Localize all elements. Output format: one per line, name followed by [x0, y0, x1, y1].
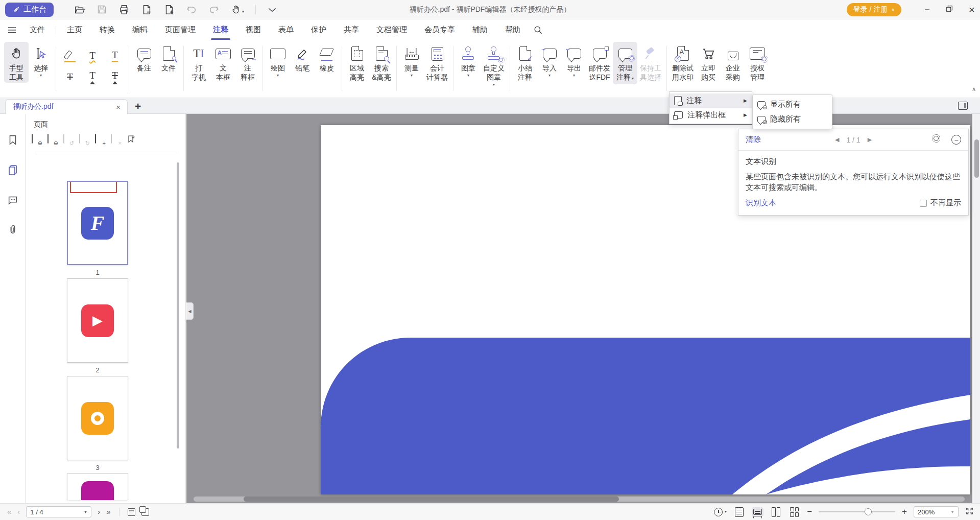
rotate-left-icon[interactable]: ↺	[63, 134, 73, 144]
save-icon[interactable]	[97, 4, 107, 15]
buy-now-button[interactable]: 立即购买	[696, 42, 721, 83]
page-bookmark-ic on[interactable]	[127, 134, 136, 144]
calculator-button[interactable]: 会计计算器	[424, 42, 450, 83]
page-thumbnail-1[interactable]: F	[67, 181, 128, 265]
file-attachment-button[interactable]: 文件	[156, 42, 181, 74]
menu-item-form[interactable]: 表单	[270, 20, 302, 40]
rotate-right-icon[interactable]: ↻	[79, 134, 88, 144]
underline-icon[interactable]: T	[104, 45, 126, 66]
zoom-level-select[interactable]: 200% ▼	[914, 506, 959, 517]
close-button[interactable]: ×	[969, 4, 975, 16]
note-comment-button[interactable]: 备注	[132, 42, 156, 74]
delete-page-icon[interactable]: ×	[111, 134, 120, 144]
zoom-in-icon[interactable]: +	[902, 507, 907, 517]
license-manage-button[interactable]: 授权管理	[745, 42, 770, 83]
fullscreen-icon[interactable]	[965, 507, 974, 517]
area-highlight-button[interactable]: 区域高亮	[345, 42, 369, 83]
next-page-icon[interactable]: ›	[98, 508, 100, 515]
last-page-icon[interactable]: »	[106, 508, 110, 515]
strikeout-icon[interactable]: T	[59, 66, 81, 88]
notification-settings-icon[interactable]	[934, 136, 939, 141]
facing-view-icon[interactable]	[770, 506, 782, 518]
open-folder-icon[interactable]	[74, 4, 85, 15]
pages-panel-icon[interactable]	[7, 164, 19, 178]
minimize-button[interactable]: −	[924, 7, 930, 12]
typewriter-button[interactable]: TI 打字机	[186, 42, 211, 83]
panel-layout-icon[interactable]	[958, 102, 968, 110]
search-icon[interactable]	[533, 25, 543, 35]
collapse-ribbon-icon[interactable]: ∧	[972, 86, 976, 92]
email-fdf-button[interactable]: 邮件发送FDF	[586, 42, 613, 83]
page-number-select[interactable]: 1 / 4 ▼	[26, 506, 91, 517]
manage-comments-button[interactable]: 管理注释▾	[613, 42, 637, 84]
horizontal-scrollbar-thumb[interactable]	[244, 497, 619, 502]
pages-panel-scrollbar[interactable]	[177, 162, 179, 448]
clear-notifications-link[interactable]: 清除	[746, 135, 761, 145]
menu-item-member[interactable]: 会员专享	[416, 20, 464, 40]
menu-item-home[interactable]: 主页	[58, 20, 91, 40]
document-tab[interactable]: 福昕办公.pdf ×	[5, 99, 128, 114]
new-tab-button[interactable]: +	[135, 100, 141, 112]
callout-button[interactable]: ← 注释框	[235, 42, 260, 83]
hand-tool-button[interactable]: 手型工具	[4, 42, 29, 83]
remove-trial-watermark-button[interactable]: A× 删除试用水印	[670, 42, 696, 83]
facing-continuous-view-icon[interactable]	[788, 506, 800, 518]
squiggly-underline-icon[interactable]: T	[81, 45, 104, 66]
zoom-slider[interactable]	[819, 511, 895, 512]
comments-panel-icon[interactable]	[7, 195, 18, 208]
menu-item-comment[interactable]: 注释	[204, 20, 237, 40]
custom-stamp-button[interactable]: 自定义图章 ▾	[481, 42, 507, 88]
page-thumbnail-3[interactable]	[67, 376, 128, 460]
page-thumbnail-2[interactable]: ▶	[67, 278, 128, 363]
continuous-view-icon[interactable]	[752, 507, 763, 516]
measure-button[interactable]: |↔| 测量 ▾	[399, 42, 424, 79]
first-page-icon[interactable]: «	[7, 508, 11, 515]
submenu-item-show-all[interactable]: 显示所有	[753, 97, 832, 112]
zoom-in-page-icon[interactable]: ⊕	[32, 134, 41, 144]
search-highlight-button[interactable]: 搜索&高亮	[369, 42, 394, 83]
keep-tool-selected-button[interactable]: 保持工具选择	[637, 42, 664, 83]
notification-minimize-icon[interactable]: −	[951, 135, 961, 145]
clipboard-pages-icon[interactable]	[141, 508, 149, 516]
hamburger-menu-icon[interactable]	[8, 27, 16, 33]
hand-gesture-button[interactable]: ▾	[231, 5, 244, 15]
menu-item-convert[interactable]: 转换	[91, 20, 124, 40]
zoom-out-page-icon[interactable]: ⊖	[47, 134, 57, 144]
tab-close-icon[interactable]: ×	[114, 103, 122, 111]
highlight-icon[interactable]	[59, 45, 81, 66]
collapse-panel-handle[interactable]: ◀	[186, 302, 194, 320]
menu-item-doc-manage[interactable]: 文档管理	[368, 20, 416, 40]
replace-text-icon[interactable]: T	[104, 66, 126, 88]
previous-page-icon[interactable]: ‹	[17, 508, 20, 515]
bookmarks-panel-icon[interactable]	[7, 134, 18, 148]
zoom-slider-thumb[interactable]	[865, 508, 872, 515]
menu-item-page-manage[interactable]: 页面管理	[156, 20, 204, 40]
vertical-scrollbar-thumb[interactable]	[974, 139, 979, 178]
add-page-icon[interactable]	[163, 4, 175, 15]
menu-item-help[interactable]: 帮助	[496, 20, 529, 40]
print-icon[interactable]	[118, 4, 130, 15]
login-register-button[interactable]: 登录 / 注册 ∨	[847, 3, 901, 16]
menu-item-view[interactable]: 视图	[237, 20, 270, 40]
rotate-view-button[interactable]: ▾	[714, 508, 727, 516]
single-page-view-icon[interactable]	[733, 506, 745, 518]
pager-next-icon[interactable]: ▶	[868, 136, 872, 143]
summarize-comments-button[interactable]: ✓ 小结注释	[513, 42, 537, 83]
horizontal-scrollbar[interactable]	[194, 497, 965, 502]
menu-item-protect[interactable]: 保护	[302, 20, 335, 40]
menu-item-share[interactable]: 共享	[335, 20, 368, 40]
submenu-item-hide-all[interactable]: 隐藏所有	[753, 112, 832, 127]
page-thumbnail-4[interactable]	[67, 474, 128, 500]
attachments-panel-icon[interactable]	[7, 224, 18, 238]
stamp-button[interactable]: 图章 ▾	[456, 42, 481, 79]
toolbar-more-chevron-icon[interactable]	[267, 5, 277, 15]
insert-text-icon[interactable]: T	[81, 66, 104, 88]
vertical-scrollbar[interactable]	[972, 114, 980, 503]
pager-prev-icon[interactable]: ◀	[835, 136, 839, 143]
redo-icon[interactable]	[208, 4, 220, 15]
enterprise-purchase-button[interactable]: 企业采购	[721, 42, 745, 83]
import-comments-button[interactable]: → 导入 ▾	[537, 42, 562, 79]
menu-item-comments[interactable]: 注释 ▶	[670, 93, 752, 108]
add-page-icon[interactable]: +	[95, 134, 104, 144]
select-tool-button[interactable]: 选择 ▾	[29, 42, 53, 79]
